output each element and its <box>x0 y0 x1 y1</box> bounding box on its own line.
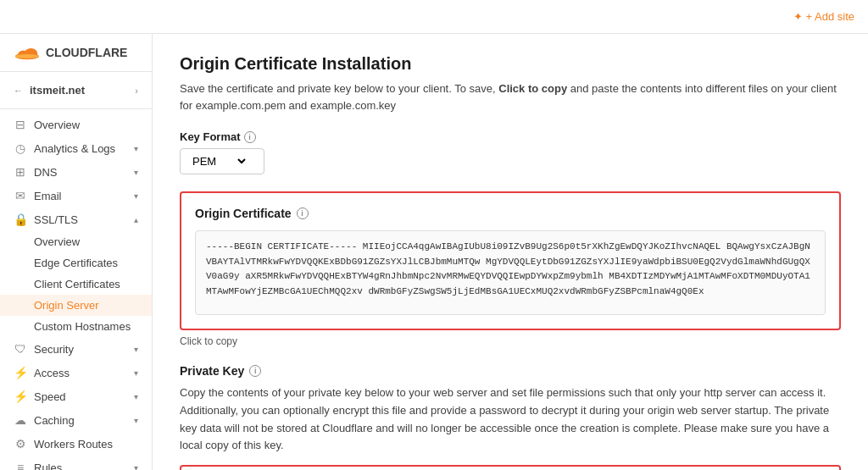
sidebar-item-analytics[interactable]: ◷ Analytics & Logs ▾ <box>0 136 152 160</box>
main-content: Origin Certificate Installation Save the… <box>153 34 868 470</box>
rules-label: Rules <box>34 462 127 471</box>
sidebar-item-caching[interactable]: ☁ Caching ▾ <box>0 408 152 432</box>
origin-cert-info-icon[interactable]: i <box>297 207 309 219</box>
back-arrow-icon: ← <box>14 86 23 96</box>
sidebar-item-rules[interactable]: ≡ Rules ▾ <box>0 456 152 470</box>
private-key-info-icon[interactable]: i <box>249 365 261 377</box>
rules-arrow-icon: ▾ <box>134 463 138 471</box>
email-label: Email <box>34 190 127 202</box>
overview-icon: ⊟ <box>14 118 27 131</box>
logo-area: CLOUDFLARE <box>0 34 152 72</box>
forward-arrow-icon: › <box>135 86 138 96</box>
security-label: Security <box>34 343 127 356</box>
client-certs-label: Client Certificates <box>34 278 120 290</box>
analytics-icon: ◷ <box>14 141 27 155</box>
security-icon: 🛡 <box>14 342 27 356</box>
origin-cert-section: Origin Certificate i -----BEGIN CERTIFIC… <box>180 191 841 330</box>
sidebar: CLOUDFLARE ← itsmeit.net › ⊟ Overview ◷ … <box>0 34 153 470</box>
sidebar-item-email[interactable]: ✉ Email ▾ <box>0 184 152 207</box>
cloudflare-logo-icon <box>14 44 41 61</box>
key-format-label: Key Format i <box>180 130 841 143</box>
analytics-arrow-icon: ▾ <box>134 144 138 153</box>
sidebar-item-ssl[interactable]: 🔒 SSL/TLS ▴ <box>0 207 152 231</box>
speed-arrow-icon: ▾ <box>134 392 138 401</box>
sidebar-item-workers-routes[interactable]: ⚙ Workers Routes <box>0 432 152 456</box>
workers-label: Workers Routes <box>34 438 138 451</box>
access-arrow-icon: ▾ <box>134 368 138 378</box>
ssl-label: SSL/TLS <box>34 213 127 226</box>
dns-label: DNS <box>34 166 127 179</box>
dns-arrow-icon: ▾ <box>134 168 138 177</box>
security-arrow-icon: ▾ <box>134 345 138 354</box>
site-selector[interactable]: ← itsmeit.net › <box>0 79 152 102</box>
ssl-arrow-icon: ▴ <box>134 215 138 224</box>
origin-cert-content[interactable]: -----BEGIN CERTIFICATE----- MIIEojCCA4qg… <box>195 230 826 315</box>
sidebar-sub-overview[interactable]: Overview <box>0 231 152 252</box>
ssl-icon: 🔒 <box>14 213 27 226</box>
sidebar-item-dns[interactable]: ⊞ DNS ▾ <box>0 160 152 184</box>
sidebar-sub-client-certs[interactable]: Client Certificates <box>0 274 152 295</box>
sidebar-item-overview[interactable]: ⊟ Overview <box>0 113 152 136</box>
plus-icon: ✦ <box>793 10 803 23</box>
workers-icon: ⚙ <box>14 437 27 451</box>
private-key-description: Copy the contents of your private key be… <box>180 384 841 455</box>
speed-label: Speed <box>34 390 127 403</box>
page-description: Save the certificate and private key bel… <box>180 80 841 113</box>
key-format-info-icon[interactable]: i <box>244 131 256 143</box>
caching-icon: ☁ <box>14 413 27 427</box>
origin-server-label: Origin Server <box>34 299 99 312</box>
add-site-button[interactable]: ✦ + Add site <box>793 10 854 23</box>
key-format-select[interactable]: PEM PKCS#7 <box>189 154 248 169</box>
sidebar-item-security[interactable]: 🛡 Security ▾ <box>0 337 152 361</box>
logo-text: CLOUDFLARE <box>46 46 127 59</box>
email-icon: ✉ <box>14 189 27 202</box>
speed-icon: ⚡ <box>14 390 27 403</box>
rules-icon: ≡ <box>14 461 27 470</box>
page-title: Origin Certificate Installation <box>180 54 841 74</box>
nav-section: ⊟ Overview ◷ Analytics & Logs ▾ ⊞ DNS ▾ … <box>0 109 152 470</box>
key-format-select-wrapper[interactable]: PEM PKCS#7 <box>180 148 264 174</box>
sidebar-sub-origin-server[interactable]: Origin Server <box>0 295 152 316</box>
overview-label: Overview <box>34 119 138 131</box>
origin-cert-title: Origin Certificate i <box>195 207 826 220</box>
sidebar-sub-custom-hostnames[interactable]: Custom Hostnames <box>0 316 152 337</box>
sidebar-item-access[interactable]: ⚡ Access ▾ <box>0 361 152 384</box>
access-icon: ⚡ <box>14 366 27 379</box>
access-label: Access <box>34 367 127 379</box>
email-arrow-icon: ▾ <box>134 191 138 201</box>
private-key-section: Private Key i Copy the contents of your … <box>180 364 841 470</box>
site-nav: ← itsmeit.net › <box>0 72 152 109</box>
custom-hostnames-label: Custom Hostnames <box>34 320 131 333</box>
origin-cert-copy-button[interactable]: Click to copy <box>180 335 841 347</box>
caching-label: Caching <box>34 414 127 427</box>
dns-icon: ⊞ <box>14 165 27 179</box>
analytics-label: Analytics & Logs <box>34 142 127 155</box>
sidebar-sub-edge-certs[interactable]: Edge Certificates <box>0 252 152 274</box>
caching-arrow-icon: ▾ <box>134 416 138 425</box>
site-name: itsmeit.net <box>30 84 128 97</box>
topbar: ✦ + Add site <box>0 0 868 34</box>
private-key-title: Private Key i <box>180 364 841 378</box>
ssl-overview-label: Overview <box>34 235 80 248</box>
sidebar-item-speed[interactable]: ⚡ Speed ▾ <box>0 384 152 408</box>
edge-certs-label: Edge Certificates <box>34 257 118 269</box>
private-key-cert-wrapper: -----BEGIN PRIVATE KEY----- MIIEvgIBADAN… <box>180 465 841 470</box>
svg-point-3 <box>15 54 39 58</box>
